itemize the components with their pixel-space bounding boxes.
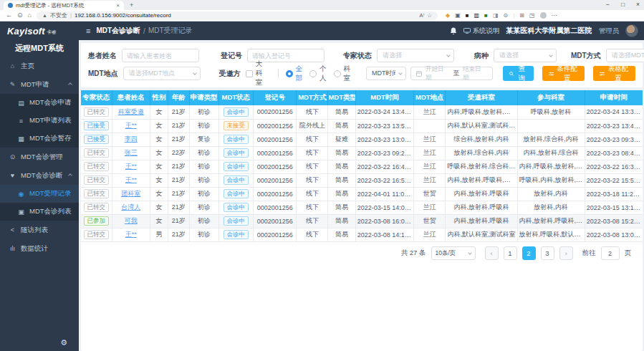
query-button[interactable]: 查询 xyxy=(503,66,534,81)
sidebar-item-consult-apply[interactable]: ▤ MDT会诊申请 xyxy=(0,94,79,112)
page-size-select[interactable]: 10条/页 xyxy=(431,246,476,260)
sliders-icon xyxy=(600,71,605,77)
cell-mdt_place: 兰江 xyxy=(414,228,446,241)
settings-gear-icon[interactable]: ⚙ xyxy=(60,338,67,347)
headset-icon: ◉ xyxy=(17,191,25,198)
sidebar-item-mdt-diagnosis[interactable]: ♥ MDT会诊诊断 xyxy=(0,166,79,185)
dept-group-checkbox[interactable] xyxy=(246,70,253,77)
tab-title: mdt受理记录 - 远程MDT系统 xyxy=(16,2,113,9)
expert-status-badge: 已参加 xyxy=(84,216,110,226)
patient-name-link[interactable]: 科室受邀 xyxy=(118,108,144,115)
cell-gender: 女 xyxy=(150,133,168,146)
extension-icon-5[interactable]: ■ xyxy=(484,13,488,19)
patient-name-link[interactable]: 王** xyxy=(125,122,137,129)
expert-status-select[interactable]: 请选择 xyxy=(377,49,454,62)
security-warning-icon: ▲ xyxy=(42,13,47,18)
patient-name-link[interactable]: 王** xyxy=(125,163,137,170)
split-screen-icon[interactable]: ⊞ xyxy=(519,13,524,19)
cell-mdt_status: 会诊中 xyxy=(218,146,254,160)
radio-label[interactable]: 全部 xyxy=(296,64,303,83)
cell-age: 21岁 xyxy=(168,228,189,241)
browser-tab[interactable]: mdt受理记录 - 远程MDT系统 × xyxy=(4,1,124,10)
radio-label[interactable]: 科室 xyxy=(344,64,351,83)
cell-joined_depts: 放射科,内科 xyxy=(517,201,585,214)
collapse-menu-icon[interactable]: ≡ xyxy=(86,27,90,35)
url-text[interactable]: 192.168.0.156:9002/consultate/record xyxy=(75,12,416,19)
cell-mdt_type: 简易 xyxy=(328,173,355,187)
window-minimize-icon[interactable]: − xyxy=(606,1,610,8)
radio-dept[interactable] xyxy=(334,70,341,77)
sidebar-item-consult-draft[interactable]: ▦ MDT会诊暂存 xyxy=(0,130,79,148)
patient-name-link[interactable]: 团科室 xyxy=(121,190,140,197)
disease-select[interactable]: 请选择 xyxy=(494,49,557,62)
read-aloud-icon[interactable]: A⁾ xyxy=(419,12,424,19)
sidebar-item-mdt-apply[interactable]: ✎ MDT申请 xyxy=(0,75,79,94)
user-role[interactable]: 管理员 xyxy=(599,27,620,36)
cell-gender: 女 xyxy=(150,146,168,160)
window-maximize-icon[interactable]: □ xyxy=(621,1,625,8)
refresh-icon[interactable]: ⊙ xyxy=(17,12,23,19)
window-close-icon[interactable]: × xyxy=(636,1,640,8)
patient-name-link[interactable]: 王** xyxy=(125,176,137,183)
notification-bell-icon[interactable] xyxy=(450,27,457,35)
more-menu-icon[interactable]: ⋯ xyxy=(552,13,557,19)
extension-icon-1[interactable]: ◆ xyxy=(446,13,450,19)
checkbox-label[interactable]: 大科室 xyxy=(256,59,264,87)
page-button-2[interactable]: 2 xyxy=(522,246,536,260)
table-config-button[interactable]: 表格配置 xyxy=(593,66,635,81)
sync-icon[interactable]: ⊙ xyxy=(504,13,509,19)
patient-name-link[interactable]: 李四 xyxy=(125,135,138,143)
browser-profile-avatar[interactable] xyxy=(540,12,547,19)
patient-name-link[interactable]: 台湾人 xyxy=(121,203,140,211)
system-help-link[interactable]: 系统说明 xyxy=(463,27,500,36)
cell-invited_depts: 呼吸科,放射科,综合科,内科 xyxy=(446,160,517,173)
address-bar[interactable]: ▲ 不安全 | 192.168.0.156:9002/consultate/re… xyxy=(37,11,438,20)
extension-icon-4[interactable]: ▥ xyxy=(474,13,480,19)
user-avatar[interactable] xyxy=(625,24,638,37)
back-icon[interactable]: ← xyxy=(6,12,12,19)
breadcrumb-parent[interactable]: MDT会诊诊断 xyxy=(96,26,140,36)
mdt-place-select[interactable]: 请选择MDT地点 xyxy=(123,67,201,80)
patient-name-link[interactable]: 张三 xyxy=(125,149,138,156)
sidebar-item-consult-list[interactable]: ▣ MDT会诊列表 xyxy=(0,203,79,221)
patient-name-link[interactable]: 可我 xyxy=(125,217,138,224)
new-tab-button[interactable]: + xyxy=(130,1,133,10)
sidebar-item-accept-record[interactable]: ◉ MDT受理记录 xyxy=(0,185,79,203)
sidebar-item-statistics[interactable]: ılı 数据统计 xyxy=(0,239,79,258)
filter-panel: 患者姓名 登记号 专家状态 请选择 xyxy=(81,43,643,87)
cell-mdt_type: 疑难 xyxy=(328,133,355,146)
patient-name-input[interactable] xyxy=(122,49,199,62)
extension-icon-6[interactable]: ◨ xyxy=(493,13,499,19)
cell-name: 台湾人 xyxy=(112,201,150,214)
security-label[interactable]: 不安全 xyxy=(50,11,67,19)
time-type-select[interactable]: MDT时间 xyxy=(366,67,406,80)
goto-page-input[interactable] xyxy=(601,246,620,260)
extension-icon-3[interactable]: ■ xyxy=(466,13,469,19)
patient-name-link[interactable]: 王** xyxy=(125,231,137,238)
mdt-status-badge: 未接受 xyxy=(224,121,249,130)
page-button-3[interactable]: 3 xyxy=(541,246,554,260)
home-nav-icon[interactable]: ⌂ xyxy=(28,12,32,19)
radio-all[interactable] xyxy=(286,70,293,77)
sidebar-item-followup-list[interactable]: < 随访列表 xyxy=(0,221,79,239)
sidebar-item-apply-list[interactable]: ≡ MDT申请列表 xyxy=(0,112,79,130)
next-page-button[interactable]: › xyxy=(559,246,573,260)
radio-label[interactable]: 个人 xyxy=(319,64,327,83)
tab-close-icon[interactable]: × xyxy=(116,2,120,9)
date-range-picker[interactable]: 开始日期 至 结束日期 xyxy=(410,67,493,80)
favorite-star-icon[interactable]: ☆ xyxy=(427,12,432,19)
cell-expert_status: 已接受 xyxy=(81,133,112,146)
browser-essentials-icon[interactable]: ◳ xyxy=(529,13,535,19)
chevron-down-icon xyxy=(446,53,451,57)
sidebar-item-home[interactable]: ⌂ 主页 xyxy=(0,57,79,75)
cell-mdt_time: 2022-03-24 13:40:00 xyxy=(355,105,414,119)
radio-personal[interactable] xyxy=(309,70,317,77)
column-header: 受邀科室 xyxy=(446,90,517,105)
extension-icon-2[interactable]: ▣ xyxy=(455,13,461,19)
page-button-1[interactable]: 1 xyxy=(504,246,517,260)
sidebar-item-consult-manage[interactable]: ⊙ MDT会诊管理 xyxy=(0,148,79,166)
condition-config-button[interactable]: 条件配置 xyxy=(542,66,585,81)
prev-page-button[interactable]: ‹ xyxy=(485,246,499,260)
cell-expert_status: 已接受 xyxy=(81,119,112,133)
mdt-mode-select[interactable]: 请选择MDT方式 xyxy=(606,49,644,62)
